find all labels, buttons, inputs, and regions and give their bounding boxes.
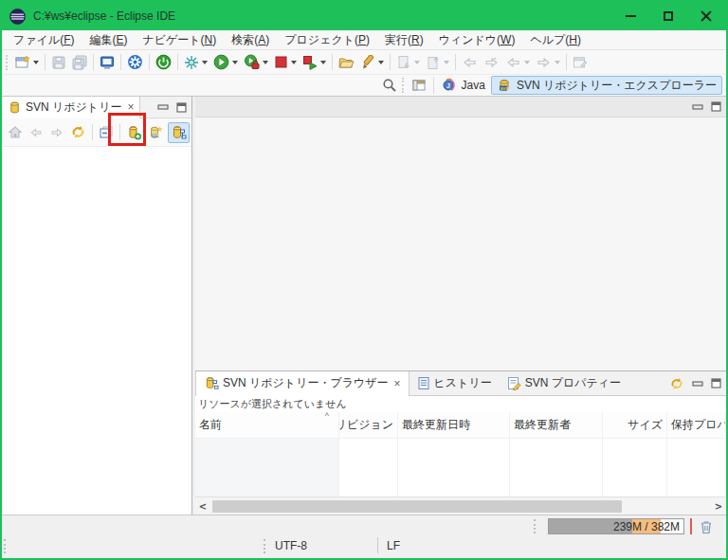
open-folder-button[interactable] (337, 52, 356, 73)
menu-help[interactable]: ヘルプ(H) (522, 31, 589, 49)
garbage-collect-button[interactable] (698, 518, 715, 535)
forward-nav-icon (536, 55, 552, 70)
tab-svn-properties[interactable]: SVN プロパティー (500, 371, 628, 396)
forward-nav-dropdown[interactable] (555, 61, 560, 64)
minimize-view-icon[interactable] (157, 102, 169, 112)
svn-repository-browser-tab-label: SVN リポジトリー・ブラウザー (223, 375, 389, 391)
column-header-size[interactable]: サイズ (603, 412, 667, 438)
column-header-has-properties[interactable]: 保持プロパティー (667, 412, 726, 438)
debug-dropdown[interactable] (202, 61, 208, 64)
minimize-editor-icon[interactable] (692, 102, 703, 112)
minimize-window-button[interactable] (624, 9, 637, 23)
svn-repository-browser-tab-close-icon[interactable]: × (394, 377, 401, 390)
back-button[interactable] (27, 122, 46, 143)
svn-perspective-icon: SVN (497, 78, 513, 93)
maximize-view-icon[interactable] (176, 102, 187, 113)
column-header-name[interactable]: 名前 ^ (195, 412, 339, 438)
menu-edit[interactable]: 編集(E) (82, 31, 135, 49)
perspective-java-button[interactable]: J Java (437, 76, 491, 95)
svn-repositories-tree[interactable] (2, 147, 191, 515)
menu-search[interactable]: 検索(A) (224, 31, 277, 49)
relaunch-dropdown[interactable] (320, 61, 326, 64)
svn-repositories-tab-close-icon[interactable]: × (127, 100, 134, 114)
home-icon (8, 125, 23, 139)
debug-icon (184, 55, 199, 70)
bottom-tabstrip: SVN リポジトリー・ブラウザー × ヒストリー (195, 371, 726, 396)
run-button[interactable] (211, 52, 240, 73)
new-repository-location-button[interactable] (124, 122, 144, 143)
menu-window[interactable]: ウィンドウ(W) (431, 31, 523, 49)
maximize-editor-icon[interactable] (711, 101, 721, 112)
tab-svn-repositories[interactable]: SVN リポジトリー × (2, 97, 140, 118)
menu-bar: ファイル(F) 編集(E) ナビゲート(N) 検索(A) プロジェクト(P) 実… (2, 30, 726, 50)
status-grip[interactable] (4, 539, 7, 553)
brush-dropdown[interactable] (378, 61, 384, 64)
column-header-last-modified[interactable]: 最終更新日時 (398, 412, 510, 438)
menu-file[interactable]: ファイル(F) (6, 31, 82, 49)
run-locked-button[interactable] (242, 52, 270, 73)
editor-body[interactable] (195, 117, 726, 370)
relaunch-icon (302, 55, 318, 70)
back-nav-button[interactable] (503, 52, 532, 73)
maximize-window-button[interactable] (662, 9, 675, 23)
status-grip[interactable] (534, 519, 537, 533)
forward-edit-button[interactable] (482, 52, 501, 73)
scroll-left-icon[interactable]: < (195, 501, 210, 512)
power-button[interactable] (154, 52, 173, 73)
run-dropdown[interactable] (232, 61, 238, 64)
menu-navigate[interactable]: ナビゲート(N) (135, 31, 224, 49)
panel-refresh-icon[interactable] (669, 377, 684, 390)
previous-annotation-button[interactable] (424, 52, 451, 73)
status-grip[interactable] (264, 539, 266, 553)
repository-browser-toggle-icon (171, 125, 187, 140)
scrollbar-thumb[interactable] (212, 500, 622, 513)
tab-svn-repository-browser[interactable]: SVN リポジトリー・ブラウザー × (195, 371, 410, 396)
back-edit-icon (462, 55, 478, 70)
next-annotation-button[interactable] (394, 52, 422, 73)
refresh-button[interactable] (68, 122, 88, 143)
home-button[interactable] (6, 122, 25, 143)
search-button[interactable] (380, 75, 399, 96)
tab-history[interactable]: ヒストリー (410, 371, 500, 396)
debug-button[interactable] (182, 52, 209, 73)
editor-tabstrip (195, 97, 726, 117)
column-header-last-author[interactable]: 最終更新者 (510, 412, 603, 438)
browser-info-text: リソースが選択されていません (195, 396, 726, 412)
save-button[interactable] (49, 52, 68, 73)
minimize-panel-icon[interactable] (692, 379, 703, 388)
open-perspective-button[interactable] (410, 75, 429, 96)
stop-dropdown[interactable] (291, 61, 297, 64)
console-button[interactable] (98, 52, 117, 73)
browser-table-body[interactable] (195, 439, 726, 497)
previous-annotation-dropdown[interactable] (444, 61, 449, 64)
repository-location-wizard-button[interactable]: SVN (146, 122, 166, 143)
forward-button[interactable] (47, 122, 66, 143)
horizontal-scrollbar[interactable]: < > (195, 497, 726, 515)
new-wizard-button[interactable] (13, 52, 41, 73)
perspective-svn-button[interactable]: SVN SVN リポジトリー・エクスプローラー (491, 76, 722, 95)
relaunch-button[interactable] (300, 52, 328, 73)
maximize-panel-icon[interactable] (711, 378, 721, 388)
scroll-right-icon[interactable]: > (711, 501, 726, 512)
brush-button[interactable] (358, 52, 386, 73)
forward-nav-button[interactable] (534, 52, 562, 73)
back-nav-dropdown[interactable] (524, 61, 530, 64)
column-header-revision[interactable]: リビジョン (339, 412, 398, 438)
run-locked-dropdown[interactable] (263, 61, 268, 64)
open-perspective-icon (411, 78, 428, 93)
gear-button[interactable] (125, 52, 145, 73)
menu-project[interactable]: プロジェクト(P) (277, 31, 377, 49)
back-edit-button[interactable] (460, 52, 480, 73)
next-annotation-dropdown[interactable] (414, 61, 420, 64)
collapse-all-button[interactable] (97, 122, 116, 143)
stop-button[interactable] (272, 52, 299, 73)
run-icon (213, 54, 229, 70)
new-wizard-dropdown[interactable] (33, 61, 39, 64)
svg-text:SVN: SVN (153, 134, 160, 137)
repository-browser-toggle-button[interactable] (168, 122, 190, 143)
close-window-button[interactable] (700, 9, 713, 23)
pin-editor-button[interactable] (571, 52, 590, 73)
sort-ascending-icon: ^ (325, 412, 329, 421)
menu-run[interactable]: 実行(R) (377, 31, 431, 49)
save-all-button[interactable] (70, 52, 89, 73)
